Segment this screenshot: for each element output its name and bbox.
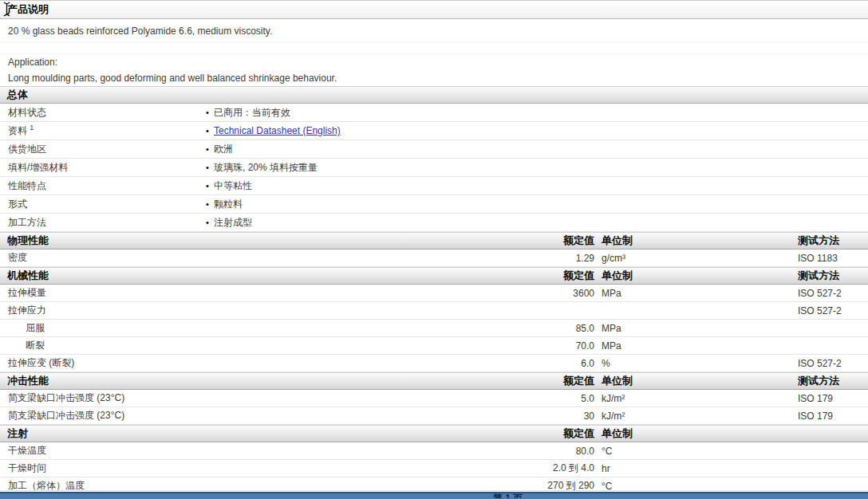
property-value: 欧洲 [214, 143, 233, 156]
property-row: 拉伸模量3600MPaISO 527-2 [0, 285, 868, 302]
datasheet-page: 产品说明 20 % glass beads reinforced Polyami… [0, 0, 868, 499]
section-title: 冲击性能 [0, 374, 503, 388]
bullet-icon: • [201, 108, 214, 117]
property-row: 拉伸应力ISO 527-2 [0, 302, 868, 320]
property-test-method: ISO 1183 [798, 253, 868, 264]
column-header-unit: 单位制 [594, 374, 798, 388]
general-rows: 材料状态•已商用：当前有效资料 1•Technical Datasheet (E… [0, 104, 868, 232]
property-label: 材料状态 [0, 106, 201, 120]
bullet-icon: • [201, 163, 214, 172]
property-value: 6.0 [503, 358, 594, 369]
property-unit: MPa [594, 323, 798, 334]
property-label: 干燥温度 [0, 444, 503, 458]
column-header-method: 测试方法 [798, 269, 868, 283]
column-header-method: 测试方法 [798, 234, 868, 248]
section-header-general: 总体 [0, 86, 868, 104]
property-label: 形式 [0, 198, 201, 211]
column-header-value: 额定值 [503, 426, 594, 441]
property-row: 断裂70.0MPa [0, 337, 868, 355]
property-label: 加工方法 [0, 216, 201, 230]
property-unit: MPa [594, 288, 798, 299]
property-value: 80.0 [503, 446, 594, 457]
property-test-method: ISO 527-2 [798, 288, 868, 299]
property-value: 85.0 [503, 323, 594, 334]
column-header-value: 额定值 [503, 269, 594, 283]
property-label: 资料 1 [0, 124, 201, 138]
column-header-value: 额定值 [503, 234, 594, 248]
property-test-method: ISO 179 [798, 393, 868, 404]
general-row: 供货地区•欧洲 [0, 140, 868, 159]
column-header-value: 额定值 [503, 374, 594, 388]
bullet-icon: • [201, 126, 214, 136]
property-unit: % [594, 358, 798, 369]
property-label: 性能特点 [0, 179, 201, 193]
general-row: 材料状态•已商用：当前有效 [0, 104, 868, 122]
property-unit: °C [594, 446, 798, 457]
property-value: 注射成型 [214, 216, 252, 230]
property-row: 干燥时间2.0 到 4.0hr [0, 460, 868, 477]
property-value: 1.29 [503, 253, 594, 264]
page-title: 产品说明 [7, 2, 49, 17]
property-value: 3600 [503, 288, 594, 299]
property-label: 密度 [0, 251, 503, 265]
page-title-bar: 产品说明 [0, 1, 868, 19]
section-title: 物理性能 [0, 234, 503, 248]
footer-bar: 第 1 页 [0, 492, 868, 499]
property-unit: hr [594, 463, 798, 474]
property-value: 玻璃珠, 20% 填料按重量 [214, 161, 318, 175]
general-row: 性能特点•中等粘性 [0, 177, 868, 195]
property-label: 屈服 [0, 321, 503, 335]
property-row: 干燥温度80.0°C [0, 442, 868, 460]
property-label: 简支梁缺口冲击强度 (23°C) [0, 391, 503, 405]
property-value: 中等粘性 [214, 179, 252, 193]
property-value: 2.0 到 4.0 [503, 462, 594, 475]
bullet-icon: • [201, 144, 214, 154]
footnote-marker: 1 [30, 124, 34, 132]
bullet-icon: • [201, 181, 214, 191]
technical-datasheet-link[interactable]: Technical Datasheet (English) [214, 125, 341, 136]
property-unit: g/cm³ [594, 253, 798, 264]
property-sections: 物理性能额定值单位制测试方法密度1.29g/cm³ISO 1183机械性能额定值… [0, 232, 868, 495]
column-header-unit: 单位制 [594, 269, 798, 283]
bullet-icon: • [201, 199, 214, 209]
blank-row [0, 43, 868, 54]
section-header: 冲击性能额定值单位制测试方法 [0, 372, 868, 390]
section-header: 物理性能额定值单位制测试方法 [0, 232, 868, 250]
property-unit: MPa [594, 340, 798, 352]
property-test-method: ISO 179 [798, 411, 868, 422]
general-row: 加工方法•注射成型 [0, 214, 868, 232]
column-header-unit: 单位制 [594, 426, 798, 441]
application-label: Application: [0, 54, 868, 70]
column-header-method: 测试方法 [798, 374, 868, 388]
property-row: 屈服85.0MPa [0, 320, 868, 337]
property-unit: kJ/m² [594, 411, 798, 422]
section-header: 注射额定值单位制 [0, 425, 868, 442]
property-label: 填料/增强材料 [0, 161, 201, 175]
general-row: 资料 1•Technical Datasheet (English) [0, 122, 868, 140]
property-value: 已商用：当前有效 [214, 106, 290, 120]
footer-clipped-text: 第 1 页 [493, 493, 523, 498]
property-test-method: ISO 527-2 [798, 358, 868, 369]
property-label: 简支梁缺口冲击强度 (23°C) [0, 409, 503, 422]
property-value: 30 [503, 411, 594, 422]
property-value: 70.0 [503, 340, 594, 352]
property-test-method: ISO 527-2 [798, 305, 868, 316]
general-row: 形式•颗粒料 [0, 195, 868, 214]
section-header: 机械性能额定值单位制测试方法 [0, 267, 868, 285]
property-row: 拉伸应变 (断裂)6.0%ISO 527-2 [0, 355, 868, 372]
general-row: 填料/增强材料•玻璃珠, 20% 填料按重量 [0, 159, 868, 177]
section-title: 注射 [0, 426, 503, 441]
property-label: 拉伸应力 [0, 304, 503, 317]
bullet-icon: • [201, 218, 214, 227]
section-title: 总体 [0, 88, 868, 102]
property-label: 拉伸应变 (断裂) [0, 356, 503, 370]
property-label: 供货地区 [0, 143, 201, 156]
section-title: 机械性能 [0, 269, 503, 283]
property-label: 拉伸模量 [0, 286, 503, 300]
application-text: Long moulding parts, good deforming and … [0, 70, 868, 86]
property-row: 简支梁缺口冲击强度 (23°C)30kJ/m²ISO 179 [0, 407, 868, 425]
property-label: 干燥时间 [0, 462, 503, 475]
product-description: 20 % glass beads reinforced Polyamide 6.… [0, 19, 868, 43]
property-unit: kJ/m² [594, 393, 798, 404]
property-label: 断裂 [0, 339, 503, 352]
